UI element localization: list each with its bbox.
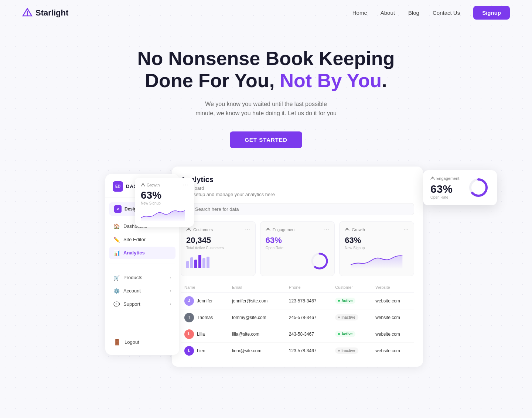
table-cell-website: website.com <box>372 292 414 309</box>
table-cell-name: L Lien <box>181 342 228 359</box>
sidebar: ED DASHER D DesignerUp ▾ 🏠 Dashboard ✏️ … <box>105 174 179 355</box>
table-cell-status: Active <box>331 292 372 309</box>
engagement-donut <box>467 177 490 199</box>
table-cell-email: lilia@site.com <box>228 326 285 342</box>
sidebar-logo: ED <box>113 181 123 192</box>
edit-icon: ✏️ <box>113 237 120 243</box>
customers-value: 20,345 <box>186 236 250 245</box>
table-row: J Jennifer jennifer@site.com 123-578-346… <box>181 292 414 309</box>
table-row: L Lilia lilia@site.com 243-58-3467 Activ… <box>181 326 414 342</box>
expand-arrow-icon: › <box>170 289 171 293</box>
engagement-icon <box>266 227 270 232</box>
engagement-percent: 63% <box>430 183 459 195</box>
main-content: ED DASHER D DesignerUp ▾ 🏠 Dashboard ✏️ … <box>0 167 532 367</box>
stat-card-growth: Growth ⋯ 63% New Signup <box>339 221 414 276</box>
navbar-links: Home About Blog Contact Us Signup <box>352 6 510 20</box>
table-cell-website: website.com <box>372 342 414 359</box>
table-cell-email: lienr@site.com <box>228 342 285 359</box>
table-row: L Lien lienr@site.com 123-578-3467 Inact… <box>181 342 414 359</box>
table-cell-phone: 123-578-3467 <box>285 342 331 359</box>
dashboard-panel: Analytics Dashboard View, setup and mana… <box>172 167 423 367</box>
table-cell-status: Inactive <box>331 309 372 326</box>
table-header-customer: Customer <box>331 282 372 293</box>
table-header-website: Website <box>372 282 414 293</box>
signup-button[interactable]: Signup <box>473 6 510 20</box>
stat-card-customers: Customers ⋯ 20,345 Total Active Customer… <box>181 221 256 276</box>
logout-icon: 🚪 <box>113 339 121 346</box>
customers-icon <box>186 227 191 232</box>
engagement-sub: Open Rate <box>266 246 330 250</box>
hero-subtitle: We you know you waited until the last po… <box>7 99 525 118</box>
nav-blog[interactable]: Blog <box>408 10 419 16</box>
expand-arrow-icon: › <box>170 302 171 306</box>
table-cell-name: L Lilia <box>181 326 228 342</box>
sidebar-bottom: 🚪 Logout <box>109 335 175 349</box>
growth-sub-card: New Signup <box>345 246 409 250</box>
engagement-value: 63% <box>266 236 330 245</box>
customer-table: Name Email Phone Customer Website J Jenn… <box>181 282 414 359</box>
account-icon: ⚙️ <box>113 288 120 294</box>
users-icon-eng <box>430 176 435 181</box>
sidebar-item-support[interactable]: 💬 Support › <box>109 298 175 311</box>
search-input[interactable] <box>195 206 409 212</box>
hero-title: No Nonsense Book Keeping Done For You, N… <box>7 48 525 92</box>
users-icon <box>141 183 145 187</box>
logout-button[interactable]: 🚪 Logout <box>109 335 175 349</box>
logo-icon <box>22 8 33 18</box>
table-header-phone: Phone <box>285 282 331 293</box>
table-header-email: Email <box>228 282 285 293</box>
growth-card: Growth ⋯ 63% New Signup <box>135 178 194 227</box>
products-icon: 🛒 <box>113 275 120 281</box>
get-started-button[interactable]: GET STARTED <box>230 131 302 148</box>
sidebar-item-products[interactable]: 🛒 Products › <box>109 271 175 284</box>
hero-section: No Nonsense Book Keeping Done For You, N… <box>0 25 532 167</box>
more-icon[interactable]: ⋯ <box>183 182 188 188</box>
customers-sub: Total Active Customers <box>186 246 250 250</box>
table-cell-email: jennifer@site.com <box>228 292 285 309</box>
customers-chart <box>186 253 250 268</box>
nav-contact[interactable]: Contact Us <box>433 10 460 16</box>
more-icon[interactable]: ⋯ <box>245 227 250 233</box>
logo-text: Starlight <box>35 8 68 18</box>
sidebar-item-analytics[interactable]: 📊 Analytics <box>109 247 175 259</box>
sidebar-item-label: Support <box>123 301 140 307</box>
nav-about[interactable]: About <box>381 10 395 16</box>
search-bar: 🔍 <box>181 203 414 215</box>
table-cell-phone: 123-578-3467 <box>285 292 331 309</box>
navbar: Starlight Home About Blog Contact Us Sig… <box>0 0 532 25</box>
support-icon: 💬 <box>113 301 120 307</box>
sidebar-item-label: Account <box>123 288 141 294</box>
dashboard-description: View, setup and manage your analytics he… <box>181 192 414 197</box>
sidebar-item-site-editor[interactable]: ✏️ Site Editor <box>109 233 175 246</box>
growth-percent: 63% <box>141 189 188 201</box>
table-cell-website: website.com <box>372 309 414 326</box>
sidebar-item-account[interactable]: ⚙️ Account › <box>109 285 175 297</box>
dashboard-title: Analytics <box>181 175 414 184</box>
table-header-name: Name <box>181 282 228 293</box>
growth-line-chart <box>345 252 409 268</box>
stat-card-engagement: Engagement ⋯ 63% Open Rate <box>260 221 335 276</box>
growth-icon <box>345 227 349 232</box>
home-icon: 🏠 <box>113 223 120 229</box>
growth-sub: New Signup <box>141 201 188 205</box>
sidebar-nav: 🏠 Dashboard ✏️ Site Editor 📊 Analytics 🛒… <box>105 220 179 311</box>
table-cell-name: J Jennifer <box>181 292 228 309</box>
chart-icon: 📊 <box>113 250 120 256</box>
table-cell-email: tommy@site.com <box>228 309 285 326</box>
more-icon[interactable]: ⋯ <box>324 227 329 233</box>
table-cell-phone: 245-578-3467 <box>285 309 331 326</box>
table-cell-status: Active <box>331 326 372 342</box>
table-row: T Thomas tommy@site.com 245-578-3467 Ina… <box>181 309 414 326</box>
engagement-sub: Open Rate <box>430 195 459 199</box>
table-cell-phone: 243-58-3467 <box>285 326 331 342</box>
logo-link[interactable]: Starlight <box>22 8 68 18</box>
nav-home[interactable]: Home <box>352 10 367 16</box>
workspace-icon: D <box>114 205 122 213</box>
sidebar-item-label: Products <box>123 275 142 280</box>
engagement-popup: Engagement 63% Open Rate <box>423 170 497 205</box>
sidebar-item-label: Site Editor <box>123 237 146 242</box>
more-icon[interactable]: ⋯ <box>403 227 409 233</box>
table-cell-status: Inactive <box>331 342 372 359</box>
expand-arrow-icon: › <box>170 275 171 280</box>
logout-label: Logout <box>125 339 139 345</box>
